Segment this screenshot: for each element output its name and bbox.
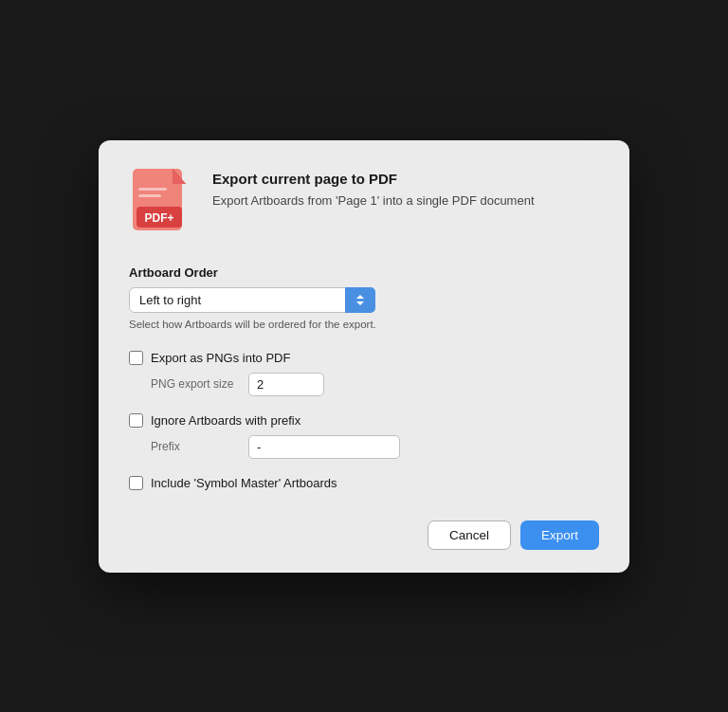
artboard-order-select[interactable]: Left to right Top to bottom By name	[129, 287, 375, 313]
dialog-subtitle: Export Artboards from 'Page 1' into a si…	[212, 192, 535, 210]
include-symbol-checkbox[interactable]	[129, 476, 143, 490]
prefix-label: Prefix	[151, 440, 241, 453]
svg-text:PDF+: PDF+	[144, 211, 173, 225]
export-pngs-group: Export as PNGs into PDF PNG export size	[129, 351, 599, 396]
export-button[interactable]: Export	[520, 520, 599, 550]
pdf-icon: PDF+	[129, 167, 195, 243]
dialog-header-text: Export current page to PDF Export Artboa…	[212, 167, 535, 210]
cancel-button[interactable]: Cancel	[428, 520, 511, 550]
export-pngs-label[interactable]: Export as PNGs into PDF	[151, 351, 290, 365]
png-size-input[interactable]	[248, 373, 324, 396]
dialog-title: Export current page to PDF	[212, 171, 535, 187]
svg-rect-3	[138, 188, 167, 191]
ignore-prefix-checkbox[interactable]	[129, 413, 143, 428]
png-size-row: PNG export size	[151, 373, 599, 396]
prefix-input[interactable]	[248, 435, 400, 459]
dialog-header: PDF+ Export current page to PDF Export A…	[129, 167, 599, 243]
include-symbol-label[interactable]: Include 'Symbol Master' Artboards	[151, 476, 337, 490]
ignore-prefix-label[interactable]: Ignore Artboards with prefix	[151, 413, 300, 428]
artboard-order-label: Artboard Order	[129, 265, 599, 280]
button-row: Cancel Export	[129, 517, 599, 550]
export-pngs-checkbox[interactable]	[129, 351, 143, 365]
prefix-row: Prefix	[151, 435, 599, 459]
include-symbol-row: Include 'Symbol Master' Artboards	[129, 476, 599, 490]
ignore-prefix-row: Ignore Artboards with prefix	[129, 413, 599, 428]
svg-rect-4	[138, 194, 161, 197]
png-size-label: PNG export size	[151, 377, 241, 391]
ignore-prefix-group: Ignore Artboards with prefix Prefix	[129, 413, 599, 459]
artboard-order-section: Artboard Order Left to right Top to bott…	[129, 265, 599, 330]
export-dialog: PDF+ Export current page to PDF Export A…	[99, 140, 629, 573]
export-pngs-row: Export as PNGs into PDF	[129, 351, 599, 365]
artboard-order-select-wrapper: Left to right Top to bottom By name	[129, 287, 375, 313]
artboard-order-hint: Select how Artboards will be ordered for…	[129, 319, 599, 330]
